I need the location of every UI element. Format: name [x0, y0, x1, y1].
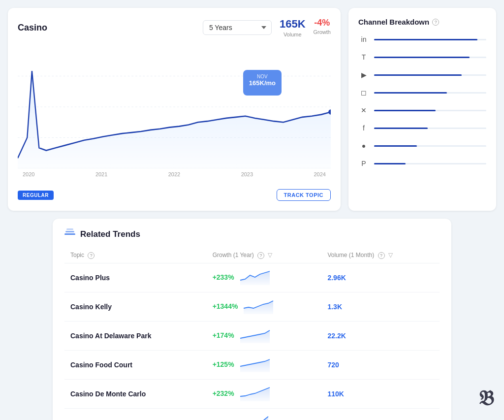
x-label-2024: 2024: [314, 171, 326, 177]
track-topic-button[interactable]: TRACK TOPIC: [277, 189, 331, 201]
channel-bar-fill: [374, 110, 436, 111]
chart-x-labels: 2020 2021 2022 2023 2024: [18, 171, 331, 177]
volume-value: 2.96K: [327, 274, 346, 282]
topic-name: Casino Kelly: [70, 303, 112, 311]
trends-icon: [64, 228, 75, 240]
volume-info-icon[interactable]: ?: [378, 252, 385, 259]
topic-name: Casino Food Court: [70, 361, 132, 369]
channel-icon-linkedin: in: [358, 34, 369, 45]
topic-cell: Casino Gauntlet Match: [64, 409, 207, 420]
growth-value: +1344%: [213, 302, 238, 310]
table-row: Casino Food Court +125% 720: [64, 351, 440, 380]
x-label-2021: 2021: [95, 171, 107, 177]
table-row: Casino At Delaware Park +174% 22.2K: [64, 322, 440, 351]
related-trends-card: Related Trends Topic ? Growth (1 Year) ?…: [53, 219, 451, 420]
growth-cell: +125%: [207, 351, 322, 380]
trends-tbody: Casino Plus +233% 2.96K Casino Kelly: [64, 263, 440, 420]
channel-bar-fill: [374, 92, 447, 94]
channel-row: in: [358, 34, 486, 45]
growth-label: Growth: [314, 29, 331, 35]
trends-table: Topic ? Growth (1 Year) ? ▽ Volume (1 Mo…: [64, 248, 440, 420]
volume-value: 110K: [327, 390, 344, 398]
table-row: Casino De Monte Carlo +232% 110K: [64, 380, 440, 409]
volume-cell: 22.2K: [321, 322, 440, 351]
growth-filter-icon[interactable]: ▽: [268, 252, 272, 258]
channel-row: P: [358, 158, 486, 169]
channel-bar-track: [374, 92, 486, 94]
mini-sparkline: [244, 299, 276, 314]
topic-cell: Casino Kelly: [64, 292, 207, 322]
channel-bar-track: [374, 57, 486, 58]
mini-sparkline: [239, 416, 271, 420]
channel-title: Channel Breakdown: [358, 18, 429, 26]
growth-cell: +1344%: [207, 292, 322, 322]
volume-cell: 1.3K: [321, 292, 440, 322]
channel-bar-track: [374, 128, 486, 129]
growth-cell: +233%: [207, 263, 322, 292]
volume-stat: 165K Volume: [280, 18, 306, 37]
trends-title: Related Trends: [80, 229, 140, 239]
topic-cell: Casino Plus: [64, 263, 207, 292]
growth-info-icon[interactable]: ?: [257, 252, 264, 259]
regular-badge: REGULAR: [18, 191, 54, 200]
volume-cell: 2.96K: [321, 263, 440, 292]
channel-row: f: [358, 123, 486, 133]
svg-rect-6: [64, 233, 75, 235]
growth-cell: +174%: [207, 322, 322, 351]
growth-value: +233%: [213, 273, 234, 281]
chart-header: Casino 5 Years 1 Month 3 Months 1 Year A…: [18, 18, 331, 37]
col-volume: Volume (1 Month) ? ▽: [321, 248, 440, 263]
channel-bar-fill: [374, 163, 406, 164]
mini-sparkline: [240, 387, 272, 401]
channel-row: ●: [358, 140, 486, 151]
col-growth: Growth (1 Year) ? ▽: [207, 248, 322, 263]
mini-sparkline: [240, 270, 272, 285]
volume-filter-icon[interactable]: ▽: [388, 252, 393, 258]
topic-name: Casino Plus: [70, 274, 110, 282]
channel-bar-fill: [374, 74, 462, 76]
chart-container: NOV 165K/mo: [18, 45, 331, 183]
time-select[interactable]: 5 Years 1 Month 3 Months 1 Year All Time: [203, 20, 272, 35]
channel-bar-track: [374, 74, 486, 76]
x-label-2023: 2023: [241, 171, 253, 177]
col-topic: Topic ?: [64, 248, 207, 263]
channel-info-icon[interactable]: ?: [432, 19, 439, 26]
channel-icon-facebook: f: [358, 123, 369, 133]
channel-row: ✕: [358, 105, 486, 116]
channel-icon-youtube: ▶: [358, 69, 369, 80]
volume-value: 1.3K: [327, 303, 342, 311]
mini-sparkline: [240, 328, 272, 343]
channel-bar-fill: [374, 128, 428, 129]
topic-info-icon[interactable]: ?: [88, 252, 94, 259]
channel-bar-track: [374, 163, 486, 164]
mini-sparkline: [240, 357, 272, 372]
svg-rect-7: [65, 231, 74, 232]
trends-header: Related Trends: [64, 228, 440, 240]
volume-value: 720: [327, 361, 339, 369]
channel-row: ▶: [358, 69, 486, 80]
chart-card: Casino 5 Years 1 Month 3 Months 1 Year A…: [8, 8, 341, 211]
channel-icon-tiktok: T: [358, 52, 369, 63]
channel-bar-fill: [374, 145, 417, 147]
svg-rect-8: [66, 228, 73, 230]
channel-row: T: [358, 52, 486, 63]
channel-icon-reddit: ●: [358, 140, 369, 151]
topic-cell: Casino Food Court: [64, 351, 207, 380]
channel-bar-track: [374, 110, 486, 111]
channel-rows-container: in T ▶ ◻ ✕ f ● P: [358, 34, 486, 169]
x-label-2020: 2020: [23, 171, 34, 177]
chart-footer: REGULAR TRACK TOPIC: [18, 189, 331, 201]
x-label-2022: 2022: [168, 171, 180, 177]
table-row: Casino Kelly +1344% 1.3K: [64, 292, 440, 322]
chart-title: Casino: [18, 23, 47, 33]
channel-bar-fill: [374, 57, 470, 58]
channel-bar-track: [374, 145, 486, 147]
channel-breakdown-card: Channel Breakdown ? in T ▶ ◻ ✕ f ●: [348, 8, 496, 211]
channel-bar-fill: [374, 39, 477, 40]
chart-controls: 5 Years 1 Month 3 Months 1 Year All Time…: [203, 18, 331, 37]
volume-label: Volume: [280, 32, 306, 37]
channel-bar-track: [374, 39, 486, 40]
volume-value: 165K: [280, 18, 306, 31]
watermark-logo: 𝔅: [478, 387, 494, 410]
topic-cell: Casino De Monte Carlo: [64, 380, 207, 409]
